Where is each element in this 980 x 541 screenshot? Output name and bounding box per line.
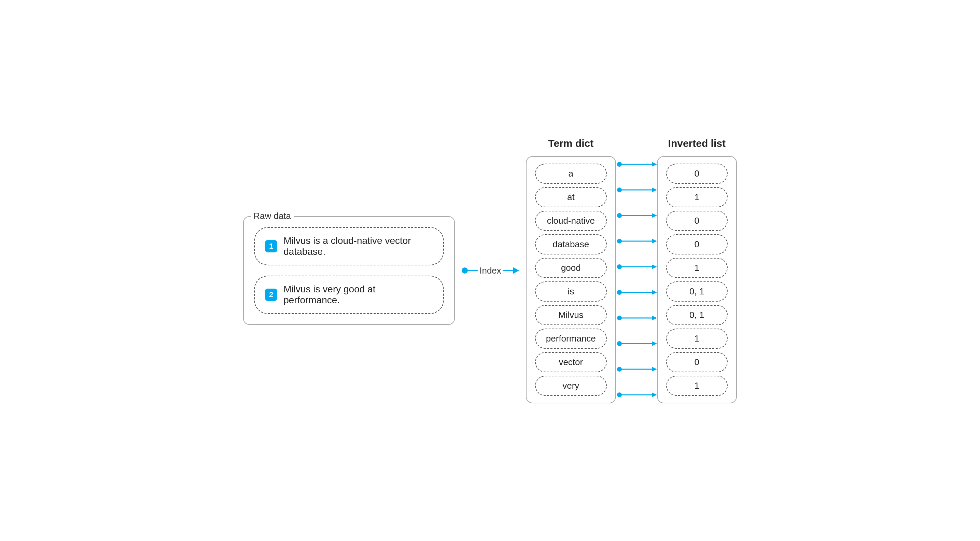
- term-a: a: [535, 164, 607, 184]
- svg-marker-8: [652, 213, 657, 218]
- svg-marker-20: [652, 316, 657, 320]
- arrow-dot: [462, 267, 468, 274]
- inverted-item-8: 1: [666, 329, 728, 349]
- row-arrow-4: [616, 230, 657, 252]
- term-dict-title: Term dict: [548, 138, 593, 149]
- diagram: Raw data 1 Milvus is a cloud-native vect…: [243, 135, 737, 406]
- row-arrow-2: [616, 179, 657, 201]
- svg-marker-17: [652, 290, 657, 295]
- item-number-2: 2: [265, 289, 277, 301]
- inverted-item-2: 1: [666, 187, 728, 207]
- term-cloud-native: cloud-native: [535, 211, 607, 231]
- term-good: good: [535, 258, 607, 278]
- index-label: Index: [479, 266, 501, 276]
- row-arrow-1: [616, 153, 657, 175]
- inverted-item-4: 0: [666, 234, 728, 255]
- inverted-item-5: 1: [666, 258, 728, 278]
- row-arrow-9: [616, 358, 657, 380]
- svg-marker-2: [652, 162, 657, 167]
- svg-marker-29: [652, 392, 657, 397]
- term-at: at: [535, 187, 607, 207]
- svg-marker-14: [652, 264, 657, 269]
- item-number-1: 1: [265, 240, 277, 252]
- index-arrow-section: Index: [462, 266, 519, 276]
- svg-marker-23: [652, 341, 657, 346]
- index-arrow: Index: [462, 266, 519, 276]
- inverted-item-9: 0: [666, 352, 728, 372]
- inverted-list-column: Inverted list 0 1 0 0 1 0, 1 0, 1 1 0 1: [657, 138, 737, 403]
- raw-data-item-2: 2 Milvus is very good at performance.: [254, 275, 444, 314]
- inverted-list-box: 0 1 0 0 1 0, 1 0, 1 1 0 1: [657, 156, 737, 403]
- row-arrow-7: [616, 307, 657, 329]
- raw-data-label: Raw data: [251, 211, 294, 221]
- svg-marker-26: [652, 367, 657, 372]
- svg-marker-11: [652, 239, 657, 243]
- arrow-line-left: [468, 270, 478, 271]
- inverted-item-1: 0: [666, 164, 728, 184]
- row-arrow-10: [616, 383, 657, 406]
- term-is: is: [535, 282, 607, 302]
- arrow-line-right: [503, 270, 513, 271]
- inverted-item-10: 1: [666, 376, 728, 396]
- term-dict-box: a at cloud-native database good is Milvu…: [526, 156, 616, 403]
- row-arrow-6: [616, 281, 657, 303]
- raw-data-box: Raw data 1 Milvus is a cloud-native vect…: [243, 216, 455, 325]
- raw-data-item-1: 1 Milvus is a cloud-native vector databa…: [254, 227, 444, 266]
- arrow-head: [513, 267, 519, 274]
- inverted-item-3: 0: [666, 211, 728, 231]
- inverted-item-7: 0, 1: [666, 305, 728, 325]
- row-arrow-8: [616, 332, 657, 355]
- inverted-list-title: Inverted list: [668, 138, 725, 149]
- row-arrow-5: [616, 256, 657, 278]
- svg-marker-5: [652, 188, 657, 192]
- term-database: database: [535, 234, 607, 255]
- term-performance: performance: [535, 329, 607, 349]
- term-vector: vector: [535, 352, 607, 372]
- term-milvus: Milvus: [535, 305, 607, 325]
- arrows-column: [616, 153, 657, 406]
- term-very: very: [535, 376, 607, 396]
- row-arrow-3: [616, 204, 657, 226]
- term-dict-column: Term dict a at cloud-native database goo…: [526, 138, 616, 403]
- item-text-1: Milvus is a cloud-native vector database…: [283, 235, 433, 257]
- inverted-item-6: 0, 1: [666, 282, 728, 302]
- item-text-2: Milvus is very good at performance.: [283, 284, 433, 306]
